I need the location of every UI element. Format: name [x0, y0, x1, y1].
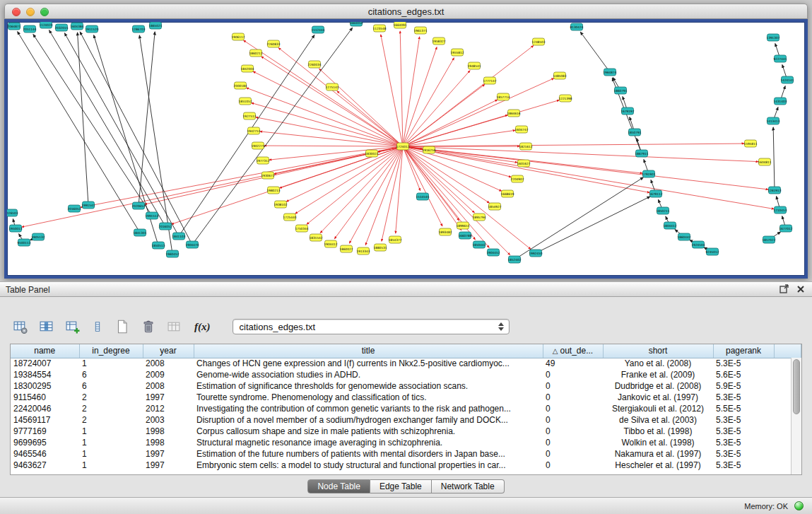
network-edge[interactable] — [580, 32, 610, 72]
table-row[interactable]: 1456911722003Disruption of a novel membe… — [11, 414, 801, 426]
network-edge[interactable] — [403, 146, 774, 209]
network-node[interactable]: 1210453 — [773, 206, 787, 214]
table-row[interactable]: 946362711997Embryonic stem cells: a mode… — [11, 460, 801, 471]
network-node[interactable]: 1601627 — [517, 160, 530, 167]
column-header-name[interactable]: name — [11, 344, 79, 358]
network-node[interactable]: 1604747 — [514, 126, 528, 133]
network-node[interactable]: 1893482 — [438, 228, 452, 235]
network-edge[interactable] — [319, 69, 403, 146]
network-node[interactable]: 1841301 — [133, 229, 146, 236]
network-node[interactable]: 1261913 — [767, 187, 781, 194]
network-node[interactable]: 1948541 — [467, 62, 481, 69]
network-node[interactable]: 1860442 — [677, 233, 690, 240]
network-node[interactable]: 1955812 — [450, 49, 464, 56]
float-panel-icon[interactable] — [779, 284, 789, 293]
table-row[interactable]: 1830029562008Estimation of significance … — [11, 380, 801, 392]
network-node[interactable]: 1867911 — [635, 150, 648, 157]
table-row[interactable]: 969969511998Structural magnetic resonanc… — [11, 437, 801, 448]
network-edge[interactable] — [403, 146, 442, 226]
network-edge[interactable] — [381, 35, 403, 146]
network-node[interactable]: 1880531 — [373, 244, 387, 251]
network-edge[interactable] — [403, 71, 470, 146]
network-edge[interactable] — [49, 30, 165, 226]
network-node[interactable]: 1916256 — [422, 146, 435, 153]
network-edge[interactable] — [403, 144, 744, 146]
network-node[interactable]: 1512444 — [311, 26, 324, 33]
network-node[interactable]: 1604811 — [758, 158, 771, 165]
network-edge[interactable] — [403, 146, 510, 255]
table-row[interactable]: 1938455462009Genome-wide association stu… — [11, 369, 801, 380]
network-edge[interactable] — [403, 146, 649, 192]
table-row[interactable]: 911546021997Tourette syndrome. Phenomeno… — [11, 392, 801, 403]
import-table-button[interactable] — [165, 318, 184, 336]
edit-table-button[interactable] — [64, 318, 82, 336]
network-node[interactable]: 1865021 — [148, 22, 162, 29]
network-node[interactable]: 1860212 — [249, 49, 262, 57]
vertical-scrollbar[interactable] — [791, 358, 801, 474]
network-node[interactable]: 2051144 — [23, 25, 36, 33]
network-node[interactable]: 1286703 — [131, 25, 145, 33]
network-node[interactable]: 1850211 — [656, 207, 669, 214]
network-node[interactable]: 1977312 — [256, 157, 269, 164]
network-node[interactable]: 1750344 — [295, 225, 308, 232]
network-node[interactable]: 2020652 — [131, 202, 145, 209]
network-node[interactable]: 1831542 — [309, 234, 322, 241]
network-node[interactable]: 2260034 — [307, 61, 321, 68]
network-node[interactable]: 1913343 — [356, 247, 370, 255]
network-edge[interactable] — [773, 127, 775, 190]
column-header-title[interactable]: title — [194, 344, 543, 358]
network-node[interactable]: 1854927 — [488, 203, 501, 210]
network-node[interactable]: 1960452 — [165, 250, 179, 257]
network-node[interactable]: 1485083 — [553, 72, 566, 79]
network-node[interactable]: 1904452 — [486, 249, 500, 256]
network-node[interactable]: 8130424 — [570, 23, 583, 30]
network-edge[interactable] — [403, 100, 559, 146]
network-node[interactable]: 1221398 — [558, 95, 572, 102]
network-node[interactable]: 1123548 — [372, 25, 386, 32]
network-edge[interactable] — [349, 146, 403, 243]
network-edge[interactable] — [253, 71, 403, 146]
network-node[interactable]: 1677012 — [779, 225, 792, 232]
network-node[interactable]: 9227441 — [773, 55, 787, 62]
network-edge[interactable] — [260, 132, 403, 146]
network-graph[interactable]: 1724012190611718602122260833184200420001… — [7, 22, 805, 276]
network-node[interactable]: 1864616 — [507, 110, 520, 117]
network-node[interactable]: 1275141 — [325, 83, 339, 90]
network-node[interactable]: 1841103 — [172, 233, 185, 240]
network-edge[interactable] — [78, 33, 88, 205]
network-edge[interactable] — [192, 28, 353, 245]
network-node[interactable]: 1860027 — [339, 245, 353, 252]
network-node[interactable]: 1854377 — [388, 236, 401, 243]
network-node[interactable]: 1860791 — [613, 87, 627, 94]
tab-node-table[interactable]: Node Table — [307, 479, 370, 493]
network-node[interactable]: 1857714 — [496, 93, 510, 100]
column-header-out-de[interactable]: △out_de... — [543, 344, 603, 358]
network-node[interactable]: 1424141 — [780, 76, 794, 83]
network-node[interactable]: 1924504 — [691, 241, 705, 248]
network-node[interactable]: 1961371 — [413, 27, 427, 34]
network-edge[interactable] — [400, 31, 403, 146]
network-node[interactable]: 1904470 — [185, 241, 199, 248]
network-edge[interactable] — [403, 146, 461, 230]
network-node[interactable]: 1431403 — [773, 98, 787, 105]
column-button[interactable] — [90, 318, 105, 336]
network-node[interactable]: 1664091 — [393, 22, 406, 28]
network-node[interactable]: 1514545 — [416, 193, 429, 200]
network-node[interactable]: 1958327 — [432, 37, 445, 45]
network-edge[interactable] — [536, 197, 650, 253]
network-node[interactable]: 1725440 — [283, 214, 296, 221]
delete-button[interactable] — [139, 317, 158, 336]
table-row[interactable]: 2242004622012Investigating the contribut… — [11, 403, 801, 414]
network-node[interactable]: 9500113 — [17, 239, 30, 246]
network-node[interactable]: 1942751 — [247, 127, 260, 134]
network-edge[interactable] — [264, 146, 403, 146]
network-edge[interactable] — [252, 103, 403, 146]
network-node[interactable]: 2016053 — [67, 205, 81, 212]
network-edge[interactable] — [278, 48, 403, 146]
network-node[interactable]: 1895794 — [472, 214, 486, 221]
network-edge[interactable] — [403, 130, 515, 146]
network-node[interactable]: 1604384 — [70, 23, 83, 30]
window-titlebar[interactable]: citations_edges.txt — [4, 4, 808, 19]
network-node[interactable]: 2064871 — [7, 23, 20, 30]
network-node[interactable]: 1850513 — [151, 242, 165, 249]
